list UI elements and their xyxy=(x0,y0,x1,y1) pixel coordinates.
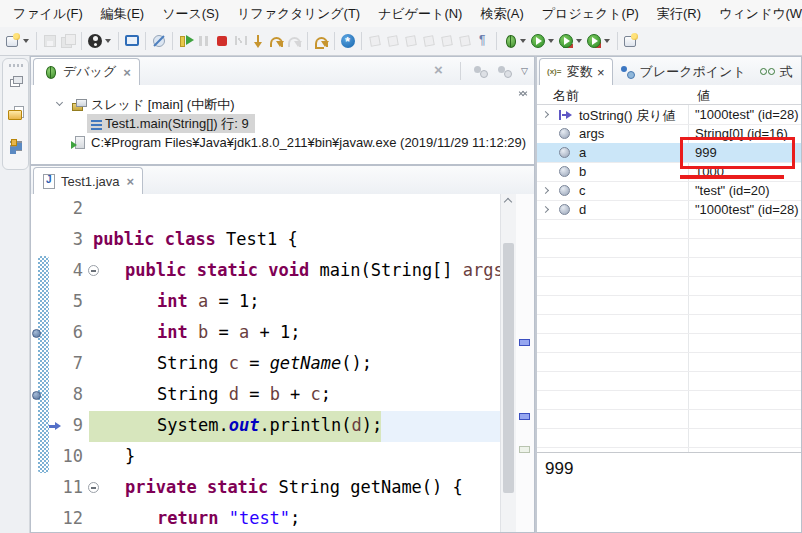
tab-interactive[interactable]: 対話 xyxy=(800,59,801,85)
whitespace-button[interactable] xyxy=(474,29,492,53)
column-header-name[interactable]: 名前 xyxy=(553,87,579,105)
editor-scrollbar[interactable] xyxy=(500,194,516,532)
overview-ruler[interactable] xyxy=(516,194,534,532)
code-line-2[interactable]: 2 xyxy=(31,194,501,225)
code-editor[interactable]: 23public class Test1 {4public static voi… xyxy=(31,194,534,532)
tab-debug[interactable]: デバッグ × xyxy=(33,58,140,85)
close-icon[interactable]: × xyxy=(123,65,131,80)
occurrence-marker[interactable] xyxy=(519,339,530,346)
view-menu-icon[interactable]: ▽ xyxy=(521,66,528,76)
resume-button[interactable] xyxy=(177,29,195,53)
menu-item-0[interactable]: ファイル(F) xyxy=(4,1,92,27)
step-over-button[interactable] xyxy=(267,29,285,53)
new-java-button[interactable] xyxy=(622,29,640,53)
line-number[interactable]: 5 xyxy=(47,291,83,311)
variable-row-c[interactable]: c"test" (id=20) xyxy=(537,181,801,201)
tab-expressions[interactable]: 式 xyxy=(753,59,800,85)
outline-icon[interactable] xyxy=(8,137,24,153)
step-into-button[interactable] xyxy=(249,29,267,53)
menu-item-7[interactable]: 実行(R) xyxy=(648,1,710,27)
menu-item-1[interactable]: 編集(E) xyxy=(92,1,153,27)
chevron-down-icon[interactable] xyxy=(520,39,526,43)
code-line-7[interactable]: 7String c = getName(); xyxy=(31,349,501,380)
code-line-3[interactable]: 3public class Test1 { xyxy=(31,225,501,256)
close-icon[interactable]: × xyxy=(597,65,605,80)
code-line-5[interactable]: 5int a = 1; xyxy=(31,287,501,318)
variable-detail-pane[interactable]: 999 xyxy=(537,452,801,532)
fold-collapse-icon[interactable] xyxy=(88,265,99,276)
menu-item-6[interactable]: プロジェクト(P) xyxy=(533,1,648,27)
remove-terminated-icon[interactable] xyxy=(432,63,448,79)
line-number[interactable]: 2 xyxy=(47,198,83,218)
profile-button[interactable] xyxy=(585,29,613,53)
code-line-6[interactable]: 6int b = a + 1; xyxy=(31,318,501,349)
run-launch-button[interactable] xyxy=(529,29,557,53)
line-number[interactable]: 9 xyxy=(47,415,83,435)
view-mode-icon[interactable] xyxy=(497,63,513,79)
expand-chevron-icon[interactable] xyxy=(542,205,551,214)
restore-view-icon[interactable] xyxy=(8,73,24,89)
scroll-up-icon[interactable] xyxy=(503,196,513,206)
line-number[interactable]: 8 xyxy=(47,384,83,404)
frame-selection[interactable]: Test1.main(String[]) 行: 9 xyxy=(87,114,255,133)
range-marker[interactable] xyxy=(519,446,530,453)
menu-item-5[interactable]: 検索(A) xyxy=(471,1,532,27)
scrollbar-thumb[interactable] xyxy=(503,243,514,493)
code-line-11[interactable]: 11private static String getName() { xyxy=(31,473,501,504)
line-number[interactable]: 7 xyxy=(47,353,83,373)
chevron-down-icon[interactable] xyxy=(105,39,111,43)
step-filters-button[interactable] xyxy=(312,29,330,53)
debug-thread-row[interactable]: スレッド [main] (中断中) xyxy=(31,95,516,114)
code-line-4[interactable]: 4public static void main(String[] args) … xyxy=(31,256,501,287)
code-line-8[interactable]: 8String d = b + c; xyxy=(31,380,501,411)
open-console-button[interactable] xyxy=(123,29,141,53)
package-explorer-icon[interactable] xyxy=(8,105,24,121)
debug-launch-button[interactable] xyxy=(501,29,529,53)
expand-chevron-icon[interactable] xyxy=(542,186,551,195)
code-line-10[interactable]: 10} xyxy=(31,442,501,473)
chevron-down-icon[interactable] xyxy=(548,39,554,43)
account-button[interactable] xyxy=(86,29,114,53)
group-by-icon[interactable] xyxy=(473,63,489,79)
tray-drag-handle[interactable] xyxy=(9,64,23,67)
menu-item-8[interactable]: ウィンドウ(W) xyxy=(710,1,802,27)
occurrence-marker[interactable] xyxy=(519,413,530,420)
build-button[interactable] xyxy=(339,29,357,53)
chevron-down-icon[interactable] xyxy=(576,39,582,43)
variable-row-d[interactable]: d"1000test" (id=28) xyxy=(537,200,801,220)
skip-breakpoints-button[interactable] xyxy=(150,29,168,53)
breakpoint-icon[interactable] xyxy=(32,391,41,400)
debug-scrollbar[interactable] xyxy=(518,89,532,160)
breakpoint-icon[interactable] xyxy=(32,329,41,338)
fold-collapse-icon[interactable] xyxy=(88,482,99,493)
chevron-down-icon[interactable] xyxy=(604,39,610,43)
menu-item-3[interactable]: リファクタリング(T) xyxy=(228,1,369,27)
tab-breakpoints[interactable]: ブレークポイント xyxy=(613,59,753,85)
tab-test1-java[interactable]: Test1.java × xyxy=(33,167,143,194)
close-icon[interactable]: × xyxy=(127,174,135,189)
line-number[interactable]: 12 xyxy=(47,508,83,528)
code-line-9[interactable]: 9System.out.println(d); xyxy=(31,411,501,442)
chevron-down-icon[interactable] xyxy=(23,39,29,43)
new-wizard-button[interactable] xyxy=(4,29,32,53)
line-number[interactable]: 10 xyxy=(47,446,83,466)
line-number[interactable]: 3 xyxy=(47,229,83,249)
chevron-down-icon[interactable] xyxy=(55,100,64,109)
menu-item-2[interactable]: ソース(S) xyxy=(153,1,228,27)
line-number[interactable]: 6 xyxy=(47,322,83,342)
scroll-down-icon[interactable] xyxy=(520,150,530,160)
expand-chevron-icon[interactable] xyxy=(542,110,551,119)
terminate-button[interactable] xyxy=(213,29,231,53)
coverage-button[interactable] xyxy=(557,29,585,53)
mark-occurrences-icon xyxy=(457,33,473,49)
debug-frame-row[interactable]: Test1.main(String[]) 行: 9 xyxy=(31,114,516,133)
code-line-12[interactable]: 12return "test"; xyxy=(31,504,501,532)
tab-variables[interactable]: 変数× xyxy=(539,58,613,85)
line-number[interactable]: 11 xyxy=(47,477,83,497)
variable-value: "1000test" (id=28) xyxy=(695,107,799,122)
column-header-value[interactable]: 値 xyxy=(697,87,710,105)
debug-process-row[interactable]: C:¥Program Files¥Java¥jdk1.8.0_211¥bin¥j… xyxy=(31,133,516,152)
variable-row-toString[interactable]: toString() 戻り値"1000test" (id=28) xyxy=(537,105,801,125)
menu-item-4[interactable]: ナビゲート(N) xyxy=(369,1,471,27)
line-number[interactable]: 4 xyxy=(47,260,83,280)
